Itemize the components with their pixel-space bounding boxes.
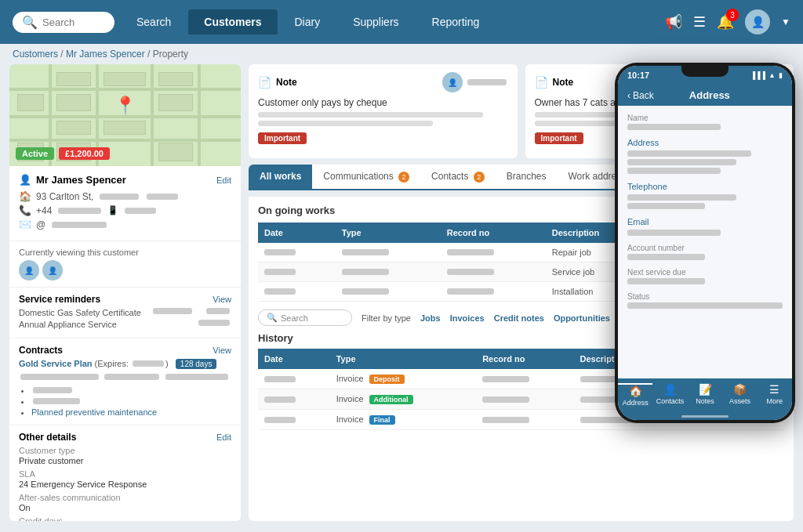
- nav-tab-suppliers[interactable]: Suppliers: [337, 9, 414, 34]
- nav-right: 📢 ☰ 🔔 3 👤 ▼: [665, 9, 790, 34]
- phone-gray: [58, 208, 101, 214]
- menu-icon[interactable]: ☰: [693, 13, 706, 31]
- nav-tab-customers[interactable]: Customers: [188, 9, 277, 34]
- contracts-view[interactable]: View: [213, 346, 231, 355]
- deposit-badge: Deposit: [369, 375, 405, 384]
- tab-branches[interactable]: Branches: [496, 165, 558, 189]
- customer-edit-link[interactable]: Edit: [216, 176, 231, 185]
- planned-maintenance-link[interactable]: Planned preventive maintenance: [31, 407, 157, 417]
- nav-tab-search[interactable]: Search: [121, 9, 187, 34]
- final-badge: Final: [369, 415, 395, 425]
- balance-badge: £1,200.00: [59, 147, 110, 160]
- filter-invoices[interactable]: Invoices: [450, 313, 485, 323]
- nav-tab-reporting[interactable]: Reporting: [416, 9, 496, 34]
- other-details-edit[interactable]: Edit: [216, 432, 231, 442]
- col-record-header: Record no: [441, 223, 546, 243]
- after-sales-row: After-sales communication On: [19, 493, 231, 512]
- bell-icon[interactable]: 🔔 3: [717, 13, 734, 31]
- other-details-section: Other details Edit Customer type Private…: [9, 425, 241, 521]
- search-input[interactable]: [42, 16, 105, 28]
- viewing-label: Currently viewing this customer: [19, 248, 231, 257]
- phone-nav-contacts[interactable]: 👤 Contacts: [652, 383, 687, 407]
- nav-tabs: Search Customers Diary Suppliers Reporti…: [121, 9, 495, 34]
- filter-jobs[interactable]: Jobs: [420, 313, 441, 323]
- note-main-text-1: Customer only pays by cheque: [258, 97, 508, 108]
- search-icon-small: 🔍: [267, 313, 278, 323]
- megaphone-icon[interactable]: 📢: [665, 13, 682, 31]
- contract-expire-gray: [133, 360, 164, 367]
- contracts-section: Contracts View Gold Service Plan (Expire…: [9, 338, 241, 425]
- credit-days-row: Credit days: [19, 516, 231, 521]
- phone-row: 📞 +44 📱: [19, 204, 231, 216]
- top-navigation: 🔍 Search Customers Diary Suppliers Repor…: [0, 0, 803, 44]
- phone-field-status: Status: [627, 292, 783, 309]
- tab-all-works[interactable]: All works: [249, 165, 312, 189]
- left-panel: 📍 Active £1,200.00 👤 Mr James Spencer Ed…: [9, 64, 241, 521]
- contract-gray-1: [20, 374, 99, 380]
- breadcrumb-customer-name[interactable]: Mr James Spencer: [66, 49, 145, 60]
- customer-type-row: Customer type Private customer: [19, 446, 231, 465]
- breadcrumb: Customers / Mr James Spencer / Property: [0, 44, 803, 64]
- service-reminders-view[interactable]: View: [213, 295, 231, 304]
- filter-label: Filter by type: [362, 313, 411, 323]
- status-active-badge: Active: [16, 147, 54, 160]
- phone-nav-more[interactable]: ☰ More: [758, 383, 792, 407]
- map-area: 📍 Active £1,200.00: [9, 64, 241, 166]
- service-reminders-section: Service reminders View Domestic Gas Safe…: [9, 287, 241, 338]
- address-row: 🏠 93 Carlton St,: [19, 190, 231, 202]
- chevron-down-icon[interactable]: ▼: [781, 16, 790, 27]
- filter-credit-notes[interactable]: Credit notes: [494, 313, 544, 323]
- battery-icon: ▮: [779, 71, 783, 79]
- phone-nav-notes[interactable]: 📝 Notes: [688, 383, 722, 407]
- contract-plan-name[interactable]: Gold Service Plan: [19, 359, 93, 368]
- filter-opportunities[interactable]: Opportunities: [554, 313, 610, 323]
- notification-badge: 3: [726, 9, 739, 21]
- mobile-gray: [125, 208, 156, 214]
- nav-tab-diary[interactable]: Diary: [279, 9, 336, 34]
- phone-status-icons: ▐▐▐ ▲ ▮: [750, 71, 783, 79]
- user-avatar[interactable]: 👤: [745, 9, 770, 34]
- phone-nav-more-icon: ☰: [769, 383, 779, 396]
- phone-nav-address[interactable]: 🏠 Address: [618, 383, 652, 407]
- phone-field-name: Name: [627, 114, 783, 130]
- note-user-1: 👤: [442, 72, 508, 92]
- phone-email-link[interactable]: Email: [627, 217, 783, 226]
- contract-gray-3: [165, 374, 228, 380]
- phone-header-title: Address: [689, 89, 754, 101]
- viewing-section: Currently viewing this customer 👤 👤: [9, 241, 241, 287]
- tab-communications[interactable]: Communications 2: [312, 165, 420, 189]
- phone-nav-address-icon: 🏠: [629, 385, 642, 397]
- breadcrumb-current: Property: [153, 49, 188, 60]
- history-search-box[interactable]: 🔍 Search: [258, 309, 352, 326]
- hist-col-record: Record no: [476, 349, 573, 369]
- email-icon-small: @: [36, 219, 45, 230]
- phone-field-account: Account number: [627, 244, 783, 260]
- search-box[interactable]: 🔍: [13, 12, 114, 33]
- contract-plan-row: Gold Service Plan (Expires: ) 128 days: [19, 359, 231, 368]
- communications-badge: 2: [398, 172, 409, 183]
- home-icon: 🏠: [19, 190, 31, 202]
- phone-back-button[interactable]: ‹ Back: [627, 90, 654, 101]
- phone-nav-assets[interactable]: 📦 Assets: [722, 383, 757, 407]
- service-gray-1: [153, 308, 192, 314]
- document-icon-1: 📄: [258, 76, 271, 89]
- phone-screen: 10:17 ▐▐▐ ▲ ▮ ‹ Back Address Name Addres…: [618, 66, 792, 420]
- tab-contacts[interactable]: Contacts 2: [420, 165, 496, 189]
- note-title-2: 📄 Note: [535, 76, 574, 89]
- address-gray-2: [147, 194, 178, 200]
- hist-col-date: Date: [258, 349, 330, 369]
- other-details-title: Other details: [19, 432, 76, 443]
- note-card-1: 📄 Note 👤 Customer only pays by cheque Im…: [249, 64, 518, 158]
- mobile-icon: 📱: [107, 205, 118, 215]
- phone-field-telephone: Telephone: [627, 182, 783, 209]
- note-important-badge-2: Important: [535, 132, 583, 144]
- phone-address-link[interactable]: Address: [627, 138, 783, 147]
- hist-col-type: Type: [330, 349, 476, 369]
- breadcrumb-customers[interactable]: Customers: [13, 49, 58, 60]
- document-icon-2: 📄: [535, 76, 548, 89]
- viewer-avatar-1: 👤: [19, 260, 39, 280]
- note-important-badge-1: Important: [258, 132, 307, 144]
- phone-telephone-link[interactable]: Telephone: [627, 182, 783, 191]
- note-gray-lines-1: [258, 112, 508, 126]
- additional-badge: Additional: [369, 395, 413, 404]
